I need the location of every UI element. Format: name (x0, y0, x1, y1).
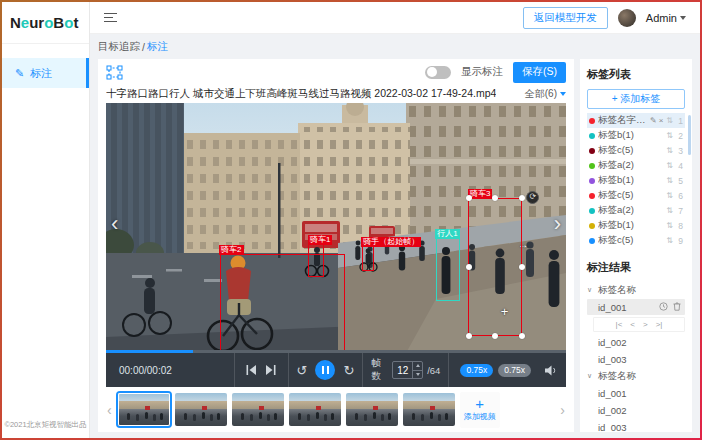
rect-select-tool-icon[interactable] (106, 65, 123, 80)
annotation-box[interactable]: 骑手（起始帧） (362, 246, 374, 271)
annotation-box[interactable]: 骑车2 (220, 254, 346, 352)
scrollbar-thumb[interactable] (688, 115, 691, 155)
show-annotation-toggle[interactable] (425, 66, 451, 79)
frame-count-label: 帧数 (371, 357, 388, 383)
sort-icon[interactable]: ⇅ (666, 221, 673, 230)
label-name: 标签c(5) (598, 189, 663, 202)
video-prev-chevron[interactable]: ‹ (111, 213, 118, 235)
sidebar: NeuroBot ✎ 标注 ©2021北京矩视智能出品 (2, 2, 90, 438)
resize-handle[interactable] (519, 333, 525, 339)
save-button[interactable]: 保存(S) (513, 62, 566, 83)
breadcrumb-parent[interactable]: 目标追踪 (98, 40, 140, 54)
filmstrip-thumbnail[interactable] (118, 393, 170, 426)
delete-icon[interactable]: × (659, 116, 664, 125)
result-item-selected[interactable]: id_001 (587, 299, 685, 315)
filmstrip-prev-chevron[interactable]: ‹ (106, 402, 113, 418)
player-controls: 00:00/00:02 ↺ ↻ (106, 353, 566, 387)
annotation-box[interactable]: 骑车1 (308, 244, 324, 277)
result-item[interactable]: id_002 (587, 402, 685, 418)
filmstrip-thumbnail[interactable] (403, 393, 455, 426)
resize-handle[interactable] (466, 264, 472, 270)
filmstrip-next-chevron[interactable]: › (559, 402, 566, 418)
label-row[interactable]: 标签b(1) ✎ × ⇅ 8 (587, 218, 685, 233)
playback-speed-pill[interactable]: 0.75x (498, 364, 531, 377)
label-row[interactable]: 标签a(2) ✎ × ⇅ 4 (587, 158, 685, 173)
pager-last-icon[interactable]: >| (656, 320, 663, 329)
trash-icon[interactable] (673, 302, 681, 313)
add-label-button[interactable]: + 添加标签 (587, 89, 685, 109)
result-item[interactable]: id_003 (587, 351, 685, 367)
frame-number-input[interactable]: 12 (392, 361, 423, 379)
label-row[interactable]: 标签名字最长数... ✎ × ⇅ 1 (587, 113, 685, 128)
sort-icon[interactable]: ⇅ (666, 236, 673, 245)
resize-handle[interactable] (466, 333, 472, 339)
volume-icon[interactable] (545, 365, 558, 376)
resize-handle[interactable] (492, 333, 498, 339)
pager-first-icon[interactable]: |< (616, 320, 623, 329)
label-row[interactable]: 标签b(1) ✎ × ⇅ 5 (587, 173, 685, 188)
video-next-chevron[interactable]: › (554, 213, 561, 235)
resize-handle[interactable] (519, 264, 525, 270)
logo-part: o (64, 14, 73, 31)
frame-decrement-icon[interactable] (413, 371, 422, 379)
sort-icon[interactable]: ⇅ (666, 206, 673, 215)
sort-icon[interactable]: ⇅ (666, 116, 673, 125)
sort-icon[interactable]: ⇅ (666, 191, 673, 200)
annotation-action-icon[interactable] (526, 191, 539, 204)
sidebar-item-annotate[interactable]: ✎ 标注 (2, 58, 89, 88)
next-frame-button[interactable] (265, 365, 276, 375)
edit-icon[interactable]: ✎ (650, 116, 657, 125)
label-row[interactable]: 标签c(5) ✎ × ⇅ 3 (587, 143, 685, 158)
playback-speed-pill-active[interactable]: 0.75x (460, 364, 493, 377)
label-order: 7 (676, 206, 683, 216)
prev-frame-button[interactable] (246, 365, 257, 375)
label-order: 9 (676, 236, 683, 246)
result-item[interactable]: id_001 (587, 385, 685, 401)
user-menu[interactable]: Admin (646, 12, 686, 24)
resize-handle[interactable] (466, 195, 472, 201)
sort-icon[interactable]: ⇅ (666, 146, 673, 155)
label-row[interactable]: 标签a(2) ✎ × ⇅ 7 (587, 203, 685, 218)
avatar[interactable] (618, 9, 636, 27)
filmstrip-thumbnail[interactable] (289, 393, 341, 426)
history-icon[interactable] (659, 302, 668, 313)
result-group-header[interactable]: ∨ 标签名称 (587, 368, 685, 384)
label-name: 标签名字最长数... (598, 114, 647, 127)
header: 返回模型开发 Admin (90, 2, 700, 34)
label-row[interactable]: 标签c(5) ✎ × ⇅ 6 (587, 188, 685, 203)
video-progress-bar[interactable] (106, 350, 566, 353)
filmstrip-thumbnail[interactable] (346, 393, 398, 426)
forward-10-icon[interactable]: ↻ (343, 363, 354, 378)
label-row[interactable]: 标签b(1) ✎ × ⇅ 2 (587, 128, 685, 143)
sort-icon[interactable]: ⇅ (666, 131, 673, 140)
result-group-header[interactable]: ∨ 标签名称 (587, 282, 685, 298)
sort-icon[interactable]: ⇅ (666, 161, 673, 170)
pager-prev-icon[interactable]: < (630, 320, 635, 329)
label-row[interactable]: 标签c(5) ✎ × ⇅ 9 (587, 233, 685, 248)
pause-button[interactable] (315, 360, 335, 380)
pager-next-icon[interactable]: > (643, 320, 648, 329)
labels-panel-title: 标签列表 (587, 67, 685, 82)
result-item-name: id_003 (598, 422, 627, 433)
sort-icon[interactable]: ⇅ (666, 176, 673, 185)
collapse-menu-icon[interactable] (104, 13, 117, 23)
results-panel-title: 标注结果 (587, 260, 685, 275)
result-item[interactable]: id_002 (587, 334, 685, 350)
filmstrip-thumbnail[interactable] (232, 393, 284, 426)
rewind-10-icon[interactable]: ↺ (297, 363, 308, 378)
annotation-box[interactable]: 行人1 (436, 238, 460, 301)
filmstrip-thumbnail[interactable] (175, 393, 227, 426)
back-to-model-dev-button[interactable]: 返回模型开发 (523, 7, 608, 29)
label-order: 2 (676, 131, 683, 141)
frame-number-value[interactable]: 12 (393, 362, 412, 378)
label-name: 标签b(1) (598, 174, 663, 187)
resize-handle[interactable] (519, 195, 525, 201)
add-video-button[interactable]: + 添加视频 (460, 392, 500, 428)
label-name: 标签b(1) (598, 219, 663, 232)
resize-handle[interactable] (492, 195, 498, 201)
filter-dropdown[interactable]: 全部(6) (517, 87, 566, 101)
frame-increment-icon[interactable] (413, 362, 422, 371)
result-item[interactable]: id_003 (587, 419, 685, 432)
annotation-box[interactable]: 骑车3 (468, 198, 522, 336)
breadcrumb-current: 标注 (147, 40, 168, 54)
